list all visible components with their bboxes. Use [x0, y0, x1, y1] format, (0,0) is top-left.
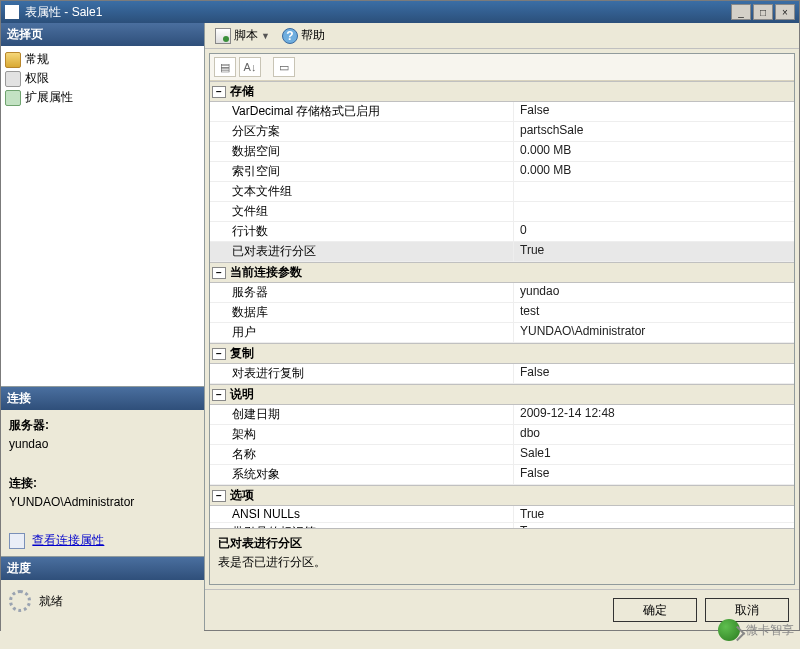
cancel-button[interactable]: 取消 — [705, 598, 789, 622]
property-row[interactable]: 数据库test — [210, 303, 794, 323]
property-value: partschSale — [514, 122, 794, 141]
property-value: False — [514, 465, 794, 484]
collapse-icon[interactable]: − — [212, 490, 226, 502]
collapse-icon[interactable]: − — [212, 267, 226, 279]
property-row[interactable]: 已对表进行分区True — [210, 242, 794, 262]
collapse-icon[interactable]: − — [212, 86, 226, 98]
toolbar: 脚本 ▼ ? 帮助 — [205, 23, 799, 49]
page-label: 权限 — [25, 70, 49, 87]
page-item[interactable]: 常规 — [5, 50, 200, 69]
grid-toolbar-btn[interactable]: ▭ — [273, 57, 295, 77]
categorized-button[interactable]: ▤ — [214, 57, 236, 77]
progress-section: 进度 就绪 — [1, 556, 204, 636]
property-row[interactable]: ANSI NULLsTrue — [210, 506, 794, 523]
property-grid[interactable]: −存储VarDecimal 存储格式已启用False分区方案partschSal… — [210, 81, 794, 528]
property-name: 行计数 — [210, 222, 514, 241]
category-header[interactable]: −当前连接参数 — [210, 262, 794, 283]
right-panel: 脚本 ▼ ? 帮助 ▤ A↓ ▭ −存储VarDecimal 存储格式已启用Fa… — [205, 23, 799, 630]
progress-header: 进度 — [1, 557, 204, 580]
property-name: 服务器 — [210, 283, 514, 302]
property-row[interactable]: 行计数0 — [210, 222, 794, 242]
grid-toolbar: ▤ A↓ ▭ — [210, 54, 794, 81]
category-header[interactable]: −说明 — [210, 384, 794, 405]
collapse-icon[interactable]: − — [212, 348, 226, 360]
button-bar: 确定 取消 — [205, 589, 799, 630]
collapse-icon[interactable]: − — [212, 389, 226, 401]
server-value: yundao — [9, 437, 48, 451]
property-row[interactable]: 用户YUNDAO\Administrator — [210, 323, 794, 343]
property-row[interactable]: 架构dbo — [210, 425, 794, 445]
minimize-button[interactable]: _ — [731, 4, 751, 20]
property-row[interactable]: 名称Sale1 — [210, 445, 794, 465]
page-label: 常规 — [25, 51, 49, 68]
category-name: 当前连接参数 — [230, 264, 302, 281]
connection-section: 连接 服务器: yundao 连接: YUNDAO\Administrator … — [1, 386, 204, 556]
property-grid-container: ▤ A↓ ▭ −存储VarDecimal 存储格式已启用False分区方案par… — [209, 53, 795, 585]
property-name: 创建日期 — [210, 405, 514, 424]
window-title: 表属性 - Sale1 — [25, 4, 731, 21]
spinner-icon — [9, 590, 31, 612]
property-name: 文本文件组 — [210, 182, 514, 201]
property-name: ANSI NULLs — [210, 506, 514, 522]
category-name: 存储 — [230, 83, 254, 100]
property-value: dbo — [514, 425, 794, 444]
property-value: 0.000 MB — [514, 162, 794, 181]
property-value — [514, 182, 794, 201]
page-icon — [5, 71, 21, 87]
help-icon: ? — [282, 28, 298, 44]
page-icon — [5, 52, 21, 68]
property-row[interactable]: 创建日期2009-12-14 12:48 — [210, 405, 794, 425]
property-value: yundao — [514, 283, 794, 302]
select-page-header: 选择页 — [1, 23, 204, 46]
app-icon — [5, 5, 19, 19]
view-connection-properties-link[interactable]: 查看连接属性 — [32, 533, 104, 547]
property-name: 架构 — [210, 425, 514, 444]
page-item[interactable]: 扩展属性 — [5, 88, 200, 107]
property-value: 0.000 MB — [514, 142, 794, 161]
category-name: 复制 — [230, 345, 254, 362]
property-row[interactable]: 分区方案partschSale — [210, 122, 794, 142]
description-panel: 已对表进行分区 表是否已进行分区。 — [210, 528, 794, 584]
description-title: 已对表进行分区 — [218, 535, 786, 552]
property-row[interactable]: 数据空间0.000 MB — [210, 142, 794, 162]
property-name: 文件组 — [210, 202, 514, 221]
category-header[interactable]: −选项 — [210, 485, 794, 506]
property-name: 分区方案 — [210, 122, 514, 141]
maximize-button[interactable]: □ — [753, 4, 773, 20]
category-name: 说明 — [230, 386, 254, 403]
alphabetical-button[interactable]: A↓ — [239, 57, 261, 77]
property-row[interactable]: 系统对象False — [210, 465, 794, 485]
property-value: True — [514, 242, 794, 261]
page-label: 扩展属性 — [25, 89, 73, 106]
property-row[interactable]: VarDecimal 存储格式已启用False — [210, 102, 794, 122]
property-value — [514, 202, 794, 221]
property-row[interactable]: 文本文件组 — [210, 182, 794, 202]
title-bar[interactable]: 表属性 - Sale1 _ □ × — [1, 1, 799, 23]
property-row[interactable]: 文件组 — [210, 202, 794, 222]
category-header[interactable]: −复制 — [210, 343, 794, 364]
category-header[interactable]: −存储 — [210, 81, 794, 102]
left-panel: 选择页 常规权限扩展属性 连接 服务器: yundao 连接: YUNDAO\A… — [1, 23, 205, 630]
page-list: 常规权限扩展属性 — [1, 46, 204, 386]
property-name: 索引空间 — [210, 162, 514, 181]
property-row[interactable]: 对表进行复制False — [210, 364, 794, 384]
properties-icon — [9, 533, 25, 549]
property-row[interactable]: 服务器yundao — [210, 283, 794, 303]
ok-button[interactable]: 确定 — [613, 598, 697, 622]
script-button[interactable]: 脚本 ▼ — [211, 26, 274, 45]
connection-header: 连接 — [1, 387, 204, 410]
property-name: 用户 — [210, 323, 514, 342]
property-name: 系统对象 — [210, 465, 514, 484]
help-button[interactable]: ? 帮助 — [278, 26, 329, 45]
close-button[interactable]: × — [775, 4, 795, 20]
property-value: Sale1 — [514, 445, 794, 464]
main-area: 选择页 常规权限扩展属性 连接 服务器: yundao 连接: YUNDAO\A… — [1, 23, 799, 630]
page-item[interactable]: 权限 — [5, 69, 200, 88]
dialog-window: 表属性 - Sale1 _ □ × 选择页 常规权限扩展属性 连接 服务器: y… — [0, 0, 800, 631]
property-row[interactable]: 索引空间0.000 MB — [210, 162, 794, 182]
property-value: True — [514, 506, 794, 522]
property-value: 2009-12-14 12:48 — [514, 405, 794, 424]
category-name: 选项 — [230, 487, 254, 504]
page-icon — [5, 90, 21, 106]
server-label: 服务器: — [9, 418, 49, 432]
